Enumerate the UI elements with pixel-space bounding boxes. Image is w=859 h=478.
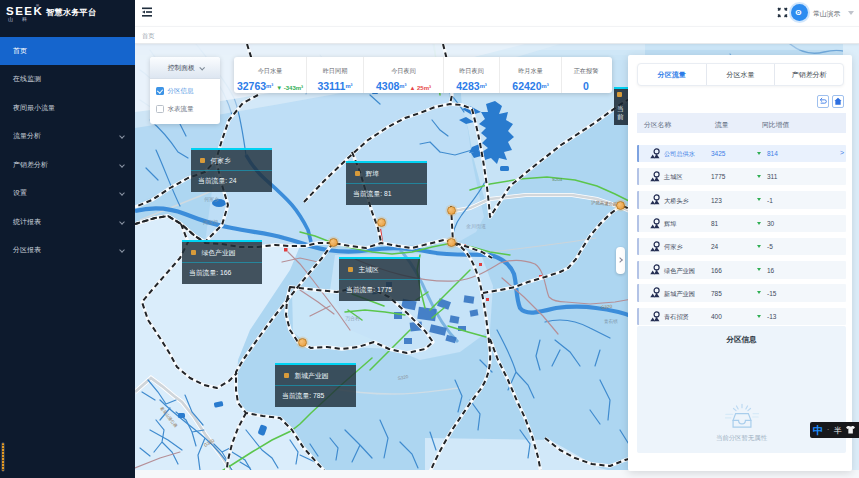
svg-text:闻家坞: 闻家坞 [203,219,218,226]
svg-text:金川街道: 金川街道 [466,223,486,230]
svg-text:何家乡: 何家乡 [204,196,219,203]
svg-text:万合村: 万合村 [345,315,360,322]
svg-text:S204: S204 [552,177,563,182]
